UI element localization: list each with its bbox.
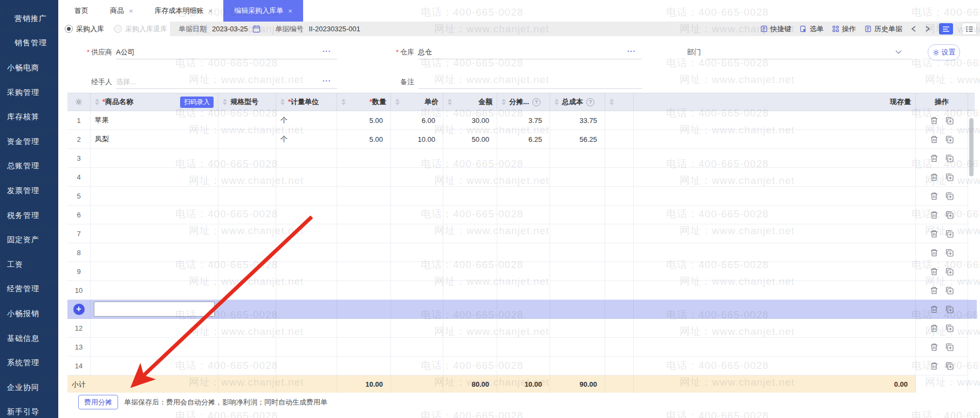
cell-amount[interactable] bbox=[443, 319, 497, 338]
chevron-left-icon[interactable] bbox=[911, 26, 916, 32]
sidebar-item[interactable]: 小畅电商 bbox=[0, 56, 58, 80]
help-icon[interactable]: ? bbox=[586, 98, 594, 106]
cell-blank[interactable] bbox=[605, 357, 634, 375]
cell-unit[interactable] bbox=[276, 319, 337, 338]
cell-unit[interactable] bbox=[276, 187, 337, 205]
cell-unit[interactable] bbox=[276, 338, 337, 357]
cell-spec[interactable] bbox=[218, 338, 276, 357]
cell-price[interactable] bbox=[391, 262, 443, 281]
department-field[interactable] bbox=[707, 46, 912, 59]
cell-unit[interactable] bbox=[276, 149, 337, 168]
insert-copy-row-icon[interactable] bbox=[945, 173, 954, 181]
cell-blank[interactable] bbox=[605, 319, 634, 338]
cell-cost[interactable] bbox=[550, 338, 605, 357]
cell-name[interactable] bbox=[91, 300, 218, 319]
insert-copy-row-icon[interactable] bbox=[945, 324, 954, 332]
cell-blank[interactable] bbox=[605, 262, 634, 281]
delete-row-icon[interactable] bbox=[930, 192, 938, 200]
delete-row-icon[interactable] bbox=[930, 324, 938, 332]
delete-row-icon[interactable] bbox=[930, 135, 938, 143]
cell-share[interactable] bbox=[497, 243, 550, 262]
cell-unit[interactable] bbox=[276, 224, 337, 243]
cell-share[interactable] bbox=[497, 300, 550, 319]
help-icon[interactable]: ? bbox=[532, 98, 540, 106]
cell-name[interactable] bbox=[91, 338, 218, 357]
cell-share[interactable] bbox=[497, 149, 550, 168]
cell-amount[interactable] bbox=[443, 338, 497, 357]
cell-cost[interactable] bbox=[550, 319, 605, 338]
insert-copy-row-icon[interactable] bbox=[945, 249, 954, 257]
sidebar-item[interactable]: 资金管理 bbox=[0, 129, 58, 154]
cell-name[interactable] bbox=[91, 168, 218, 187]
column-header-cost[interactable]: 总成本? bbox=[550, 93, 605, 111]
chevron-right-icon[interactable] bbox=[925, 26, 930, 32]
remark-field[interactable] bbox=[418, 76, 642, 89]
column-header-qty[interactable]: *数量 bbox=[337, 93, 391, 111]
cell-spec[interactable] bbox=[218, 205, 276, 224]
cell-cost[interactable]: 56.25 bbox=[550, 130, 605, 149]
sidebar-item[interactable]: 基础信息 bbox=[0, 326, 58, 351]
cell-unit[interactable] bbox=[276, 300, 337, 319]
cell-blank[interactable] bbox=[605, 149, 634, 168]
tab-item[interactable]: 库存成本明细账× bbox=[144, 0, 224, 22]
sidebar-item[interactable]: 采购管理 bbox=[0, 80, 58, 105]
cell-name[interactable] bbox=[91, 187, 218, 205]
cell-unit[interactable] bbox=[276, 168, 337, 187]
cell-spec[interactable] bbox=[218, 319, 276, 338]
cell-blank[interactable] bbox=[605, 168, 634, 187]
cell-blank[interactable] bbox=[605, 111, 634, 130]
tab-item[interactable]: 商品× bbox=[99, 0, 144, 22]
cell-unit[interactable] bbox=[276, 281, 337, 300]
cell-qty[interactable]: 5.00 bbox=[337, 111, 391, 130]
cell-price[interactable] bbox=[391, 338, 443, 357]
sidebar-item[interactable]: 系统管理 bbox=[0, 351, 58, 375]
cell-qty[interactable] bbox=[337, 319, 391, 338]
delete-row-icon[interactable] bbox=[930, 343, 938, 351]
supplier-lookup-icon[interactable]: ··· bbox=[323, 46, 331, 59]
delete-row-icon[interactable] bbox=[930, 249, 938, 257]
sidebar-item[interactable]: 小畅报销 bbox=[0, 301, 58, 326]
insert-copy-row-icon[interactable] bbox=[945, 211, 954, 219]
vertical-scrollbar-thumb[interactable] bbox=[969, 118, 974, 176]
cell-share[interactable] bbox=[497, 319, 550, 338]
cell-spec[interactable] bbox=[218, 111, 276, 130]
expense-allocation-button[interactable]: 费用分摊 bbox=[78, 395, 118, 409]
sidebar-item[interactable]: 总账管理 bbox=[0, 154, 58, 179]
cell-qty[interactable] bbox=[337, 262, 391, 281]
cell-stock[interactable] bbox=[634, 205, 916, 224]
sidebar-item[interactable]: 库存核算 bbox=[0, 105, 58, 129]
insert-copy-row-icon[interactable] bbox=[945, 305, 954, 313]
calendar-icon[interactable] bbox=[252, 25, 261, 33]
cell-unit[interactable] bbox=[276, 243, 337, 262]
cell-cost[interactable] bbox=[550, 149, 605, 168]
cell-cost[interactable] bbox=[550, 205, 605, 224]
column-header-amount[interactable]: 金额 bbox=[443, 93, 497, 111]
cell-spec[interactable] bbox=[218, 149, 276, 168]
supplier-field[interactable]: A公司 bbox=[116, 46, 337, 59]
cell-price[interactable] bbox=[391, 187, 443, 205]
delete-row-icon[interactable] bbox=[930, 154, 938, 162]
cell-share[interactable] bbox=[497, 338, 550, 357]
cell-unit[interactable]: 个 bbox=[276, 130, 337, 149]
delete-row-icon[interactable] bbox=[930, 117, 938, 125]
cell-stock[interactable] bbox=[634, 281, 916, 300]
cell-stock[interactable] bbox=[634, 300, 916, 319]
cell-name[interactable] bbox=[91, 319, 218, 338]
cell-spec[interactable] bbox=[218, 300, 276, 319]
column-header-stock[interactable]: 现存量 bbox=[634, 93, 916, 111]
cell-stock[interactable] bbox=[634, 149, 916, 168]
cell-spec[interactable] bbox=[218, 243, 276, 262]
cell-share[interactable]: 6.25 bbox=[497, 130, 550, 149]
warehouse-lookup-icon[interactable]: ··· bbox=[627, 46, 636, 59]
cell-stock[interactable] bbox=[634, 319, 916, 338]
delete-row-icon[interactable] bbox=[930, 268, 938, 276]
radio-purchase-in[interactable]: 采购入库 bbox=[65, 24, 104, 34]
column-header-name[interactable]: *商品名称扫码录入 bbox=[91, 93, 218, 111]
cell-amount[interactable] bbox=[443, 357, 497, 375]
sidebar-item[interactable]: 营销推广 bbox=[0, 6, 58, 31]
cell-price[interactable] bbox=[391, 319, 443, 338]
cell-stock[interactable] bbox=[634, 357, 916, 375]
cell-name[interactable] bbox=[91, 281, 218, 300]
sidebar-item[interactable]: 企业协同 bbox=[0, 375, 58, 400]
cell-cost[interactable] bbox=[550, 281, 605, 300]
